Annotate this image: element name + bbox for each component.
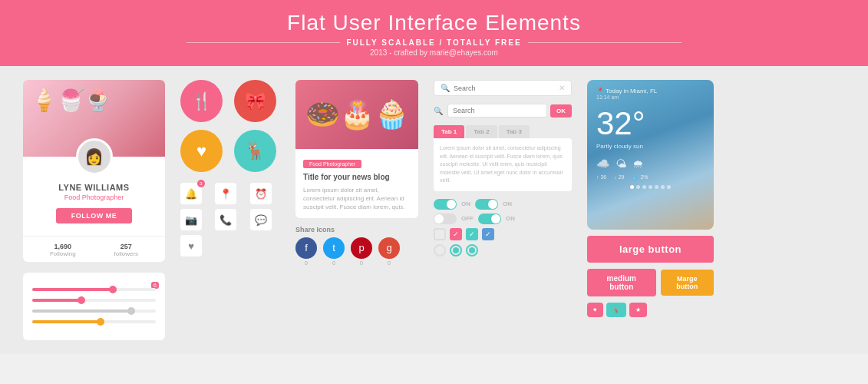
large-button[interactable]: large button — [587, 236, 714, 263]
weather-dot-3[interactable] — [642, 185, 646, 189]
tabs-container: Tab 1 Tab 2 Tab 3 Lorem ipsum dolor sit … — [434, 125, 572, 191]
news-image: 🍩🎂🧁 — [295, 80, 418, 149]
weather-widget: 📍 Today in Miami, FL 11:14 am 32° Partly… — [587, 80, 714, 230]
weather-dot-6[interactable] — [661, 185, 665, 189]
slider-thumb-1[interactable] — [109, 286, 117, 293]
search-box-1: 🔍 ✕ — [434, 80, 572, 96]
twitter-icon[interactable]: t — [323, 237, 345, 259]
tab-1[interactable]: Tab 1 — [434, 125, 464, 138]
search-box-2: 🔍 OK — [434, 104, 572, 118]
google-icon[interactable]: g — [378, 237, 400, 259]
toggle-on-1[interactable] — [434, 199, 457, 210]
social-button-heart[interactable]: ♥ — [587, 303, 603, 317]
small-icon-camera[interactable]: 📷 — [180, 209, 202, 230]
radio-empty-1[interactable] — [434, 244, 446, 257]
tab-2[interactable]: Tab 2 — [466, 125, 497, 138]
weather-dot-7[interactable] — [667, 185, 671, 189]
facebook-count: 0 — [305, 260, 308, 266]
small-icon-phone[interactable]: 📞 — [215, 209, 236, 230]
slider-track-2[interactable] — [32, 299, 156, 302]
share-google[interactable]: g 0 — [378, 237, 400, 266]
heart-icon: ♥ — [593, 306, 597, 313]
share-twitter[interactable]: t 0 — [323, 237, 345, 266]
weather-dot-5[interactable] — [655, 185, 658, 189]
search-icon-1: 🔍 — [441, 84, 450, 92]
pinterest-count: 0 — [360, 260, 363, 266]
weather-stat-rain: 💧 2% — [632, 174, 648, 180]
social-button-teal[interactable]: 🦌 — [606, 303, 626, 317]
small-icon-location[interactable]: 📍 — [215, 183, 236, 204]
ok-button[interactable]: OK — [550, 104, 572, 118]
following-stat: 1,690 Following — [50, 243, 76, 257]
toggle-knob-4 — [491, 214, 500, 223]
google-count: 0 — [388, 260, 391, 266]
small-icon-heart[interactable]: ♥ — [180, 235, 202, 257]
weather-dot-2[interactable] — [636, 185, 640, 189]
search-input-2[interactable] — [447, 104, 547, 118]
slider-thumb-2[interactable] — [78, 296, 85, 304]
tab-3[interactable]: Tab 3 — [499, 125, 530, 138]
social-button-pink[interactable]: ★ — [629, 303, 647, 317]
slider-track-1[interactable] — [32, 288, 156, 291]
small-icon-time[interactable]: ⏰ — [250, 183, 272, 204]
followers-stat: 257 followers — [114, 243, 139, 257]
main-content: 👩 LYNE WILLIAMS Food Photographer FOLLOW… — [0, 66, 868, 354]
share-pinterest[interactable]: p 0 — [351, 237, 372, 266]
slider-1: 6 — [32, 288, 156, 291]
checkboxes-row-1: ✓ ✓ ✓ — [434, 228, 572, 240]
icon-circle-heart[interactable]: ♥ — [180, 130, 223, 172]
profile-stats: 1,690 Following 257 followers — [23, 236, 165, 262]
medium-button[interactable]: medium button — [587, 269, 656, 296]
slider-thumb-3[interactable] — [127, 307, 135, 315]
weather-description: Partly cloudy sun — [596, 143, 705, 150]
follow-button[interactable]: FOLLOW ME — [56, 208, 133, 223]
pinterest-icon[interactable]: p — [351, 237, 372, 259]
weather-icons: ☁️ 🌤 🌧 — [596, 157, 705, 170]
search-icon-2: ✕ — [559, 84, 565, 92]
toggle-on-2[interactable] — [475, 199, 498, 210]
radio-checked-1[interactable] — [450, 244, 462, 257]
toggles-section: ON ON OFF ON ✓ ✓ ✓ — [434, 199, 572, 257]
slider-4 — [32, 320, 156, 323]
toggle-on-3[interactable] — [478, 214, 501, 224]
toggle-off-1[interactable] — [434, 214, 457, 224]
tab-content: Lorem ipsum dolor sit amet, consectetur … — [434, 138, 572, 191]
weather-stat-low: ↓ 29 — [614, 174, 624, 180]
followers-count: 257 — [114, 243, 139, 250]
weather-stat-high: ↑ 36 — [596, 174, 606, 180]
checkbox-checked-blue[interactable]: ✓ — [482, 228, 494, 240]
slider-thumb-4[interactable] — [97, 318, 104, 326]
profile-card: 👩 LYNE WILLIAMS Food Photographer FOLLOW… — [23, 80, 165, 262]
share-icons-row: f 0 t 0 p 0 g 0 — [295, 237, 418, 266]
small-icon-chat[interactable]: 💬 — [250, 209, 272, 230]
news-text: Lorem ipsum dolor sit amet, consectetur … — [303, 186, 411, 212]
radio-inner-1 — [453, 247, 459, 253]
icon-circle-bow[interactable]: 🎀 — [234, 80, 276, 122]
tabs-row: Tab 1 Tab 2 Tab 3 — [434, 125, 572, 138]
radio-checked-2[interactable] — [466, 244, 478, 257]
slider-3 — [32, 310, 156, 313]
share-facebook[interactable]: f 0 — [295, 237, 317, 266]
weather-dot-4[interactable] — [649, 185, 652, 189]
slider-track-4[interactable] — [32, 320, 156, 323]
icon-circle-deer[interactable]: 🦌 — [234, 130, 276, 172]
slider-track-3[interactable] — [32, 310, 156, 313]
icon-circle-fork[interactable]: 🍴 — [180, 80, 223, 122]
search-input-1[interactable] — [454, 84, 555, 92]
weather-icon-rain: 🌧 — [632, 157, 643, 170]
marge-button[interactable]: Marge button — [661, 270, 714, 296]
toggle-knob-2 — [488, 200, 497, 209]
checkbox-empty-1[interactable] — [434, 228, 446, 240]
checkbox-checked-teal[interactable]: ✓ — [466, 228, 478, 240]
small-icon-bell[interactable]: 🔔 3 — [180, 183, 202, 204]
weather-temperature: 32° — [596, 108, 705, 140]
followers-label: followers — [114, 250, 139, 257]
slider-fill-4 — [32, 320, 101, 323]
facebook-icon[interactable]: f — [295, 237, 317, 259]
following-label: Following — [50, 250, 76, 257]
weather-dot-1[interactable] — [630, 185, 634, 189]
share-section: Share Icons f 0 t 0 p 0 g 0 — [295, 226, 418, 266]
page-title: Flat User Interface Elements — [15, 11, 853, 35]
share-label: Share Icons — [295, 226, 418, 233]
checkbox-checked-pink[interactable]: ✓ — [450, 228, 462, 240]
